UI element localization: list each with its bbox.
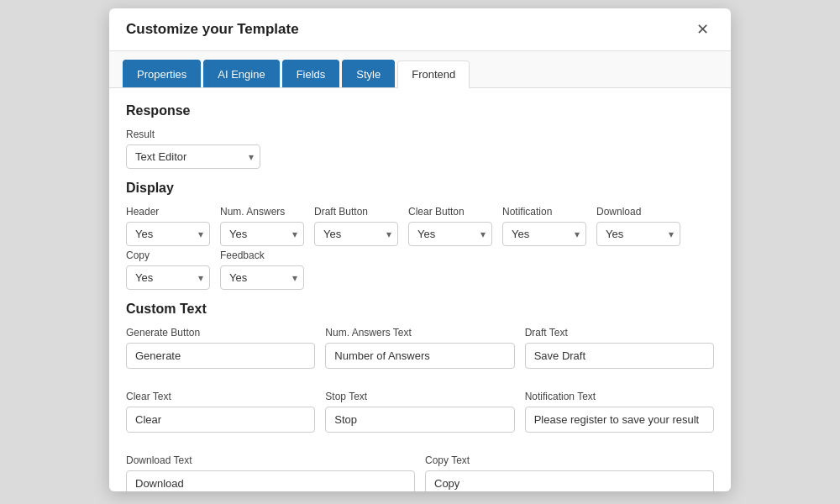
- stop-text-input[interactable]: [325, 407, 514, 433]
- custom-text-section-title: Custom Text: [126, 302, 714, 317]
- tab-style[interactable]: Style: [342, 60, 395, 87]
- clear-button-select[interactable]: YesNo: [408, 222, 492, 246]
- num-answers-text-label: Num. Answers Text: [325, 327, 514, 339]
- close-button[interactable]: ✕: [691, 20, 714, 39]
- notification-select[interactable]: YesNo: [502, 222, 586, 246]
- tab-properties[interactable]: Properties: [123, 60, 201, 87]
- display-header: Header YesNo: [126, 206, 210, 246]
- display-num-answers: Num. Answers YesNo: [220, 206, 304, 246]
- clear-text-field: Clear Text: [126, 391, 315, 433]
- display-clear-button: Clear Button YesNo: [408, 206, 492, 246]
- custom-text-row1: Generate Button Num. Answers Text Draft …: [126, 327, 714, 381]
- notification-text-input[interactable]: [525, 407, 714, 433]
- display-divider: Display: [126, 181, 714, 196]
- num-answers-label: Num. Answers: [220, 206, 304, 218]
- response-section-title: Response: [126, 103, 714, 118]
- notification-label: Notification: [502, 206, 586, 218]
- draft-text-input[interactable]: [525, 343, 714, 369]
- feedback-select[interactable]: YesNo: [220, 265, 304, 290]
- tab-frontend[interactable]: Frontend: [397, 60, 470, 88]
- display-copy: Copy YesNo: [126, 249, 210, 290]
- clear-text-input[interactable]: [126, 407, 315, 433]
- display-row2: Copy YesNo Feedback YesNo: [126, 249, 714, 290]
- copy-text-field: Copy Text: [425, 454, 714, 491]
- draft-button-label: Draft Button: [314, 206, 398, 218]
- stop-text-field: Stop Text: [325, 391, 514, 433]
- notification-text-label: Notification Text: [525, 391, 714, 402]
- clear-button-label: Clear Button: [408, 206, 492, 218]
- feedback-label: Feedback: [220, 249, 304, 261]
- copy-text-label: Copy Text: [425, 454, 714, 466]
- modal-overlay: Customize your Template ✕ Properties AI …: [0, 0, 840, 504]
- num-answers-text-input[interactable]: [325, 343, 514, 369]
- result-select[interactable]: Text Editor: [126, 144, 260, 169]
- notification-text-field: Notification Text: [525, 391, 714, 433]
- display-row1: Header YesNo Num. Answers YesNo: [126, 206, 714, 246]
- draft-text-field: Draft Text: [525, 327, 714, 369]
- result-field-group: Result Text Editor: [126, 129, 714, 169]
- num-answers-select[interactable]: YesNo: [220, 222, 304, 246]
- modal: Customize your Template ✕ Properties AI …: [109, 8, 731, 491]
- download-text-input[interactable]: [126, 470, 415, 491]
- display-section-title: Display: [126, 181, 714, 196]
- draft-button-select[interactable]: YesNo: [314, 222, 398, 246]
- header-select[interactable]: YesNo: [126, 222, 210, 246]
- header-label: Header: [126, 206, 210, 218]
- generate-button-input[interactable]: [126, 343, 315, 369]
- copy-text-input[interactable]: [425, 470, 714, 491]
- tab-bar: Properties AI Engine Fields Style Fronte…: [109, 51, 731, 88]
- download-text-label: Download Text: [126, 454, 415, 466]
- custom-text-row2: Clear Text Stop Text Notification Text: [126, 391, 714, 444]
- generate-button-label: Generate Button: [126, 327, 315, 339]
- modal-header: Customize your Template ✕: [109, 8, 731, 51]
- modal-title: Customize your Template: [126, 21, 299, 38]
- display-feedback: Feedback YesNo: [220, 249, 304, 290]
- display-draft-button: Draft Button YesNo: [314, 206, 398, 246]
- copy-label: Copy: [126, 249, 210, 261]
- copy-select[interactable]: YesNo: [126, 265, 210, 290]
- download-text-field: Download Text: [126, 454, 415, 491]
- draft-text-label: Draft Text: [525, 327, 714, 339]
- custom-text-row3: Download Text Copy Text: [126, 454, 714, 491]
- tab-ai-engine[interactable]: AI Engine: [203, 60, 279, 87]
- display-download: Download YesNo: [596, 206, 680, 246]
- download-select[interactable]: YesNo: [596, 222, 680, 246]
- num-answers-text-field: Num. Answers Text: [325, 327, 514, 369]
- result-label: Result: [126, 129, 714, 140]
- result-select-wrapper: Text Editor: [126, 144, 260, 169]
- display-notification: Notification YesNo: [502, 206, 586, 246]
- download-label: Download: [596, 206, 680, 218]
- stop-text-label: Stop Text: [325, 391, 514, 402]
- tab-fields[interactable]: Fields: [282, 60, 340, 87]
- modal-body: Response Result Text Editor Display Head…: [109, 88, 731, 491]
- generate-button-field: Generate Button: [126, 327, 315, 369]
- clear-text-label: Clear Text: [126, 391, 315, 402]
